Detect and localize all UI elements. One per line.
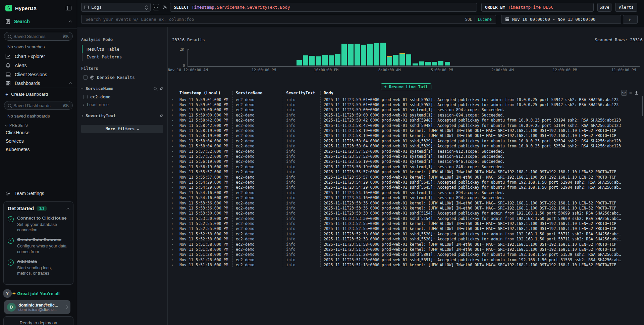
sidebar-item-chart-explorer[interactable]: Chart Explorer — [0, 52, 77, 61]
table-row[interactable]: ›Nov 11 5:52:38.000 PMec2-demoinfo2025-1… — [168, 231, 637, 236]
histogram-bar[interactable] — [419, 61, 424, 65]
select-columns-input[interactable]: SELECT Timestamp,ServiceName,SeverityTex… — [170, 3, 477, 12]
alerts-button[interactable]: Alerts — [615, 3, 637, 12]
date-range-picker[interactable]: Nov 10 00:00:00 - Nov 13 00:00:00 — [501, 15, 621, 24]
table-row[interactable]: ›Nov 11 5:59:00.000 PMec2-demoinfo2025-1… — [168, 107, 637, 112]
histogram-bar[interactable] — [297, 60, 302, 65]
load-more-button[interactable]: Load more — [81, 102, 163, 107]
row-expand-chevron[interactable]: › — [171, 206, 179, 210]
table-row[interactable]: ›Nov 11 5:51:18.000 PMec2-demoinfo2025-1… — [168, 263, 637, 268]
log-table[interactable]: ›Nov 11 5:59:01.000 PMec2-demoinfo2025-1… — [168, 97, 637, 268]
table-row[interactable]: ›Nov 11 5:58:19.000 PMec2-demoinfo2025-1… — [168, 133, 637, 138]
table-row[interactable]: ›Nov 11 5:58:04.000 PMec2-demoinfo2025-1… — [168, 138, 637, 143]
mode-event-patterns[interactable]: Event Patterns — [83, 53, 163, 61]
table-row[interactable]: ›Nov 11 5:59:01.000 PMec2-demoinfo2025-1… — [168, 102, 637, 107]
row-expand-chevron[interactable]: › — [171, 258, 179, 262]
filter-search-icon[interactable] — [154, 87, 157, 90]
get-started-item[interactable]: ✓ Create Data Sources Configure where yo… — [8, 237, 69, 254]
resume-live-tail-button[interactable]: ϟ Resume Live Tail — [381, 83, 432, 90]
code-view-button[interactable]: <> — [153, 4, 159, 10]
filter-value-ec2-demo[interactable]: ec2-demo — [81, 94, 163, 99]
checkbox[interactable] — [83, 75, 88, 80]
histogram-bar[interactable] — [367, 44, 373, 65]
row-expand-chevron[interactable]: › — [171, 191, 179, 194]
histogram-bar[interactable] — [348, 44, 354, 65]
table-row[interactable]: ›Nov 11 5:51:58.000 PMec2-demoinfo2025-1… — [168, 247, 637, 252]
histogram-bar[interactable] — [438, 61, 443, 65]
row-expand-chevron[interactable]: › — [171, 248, 179, 251]
save-button[interactable]: Save — [597, 3, 611, 12]
mode-results-table[interactable]: Results Table — [83, 45, 163, 53]
column-timestamp[interactable]: Timestamp (Local) — [179, 91, 232, 95]
row-expand-chevron[interactable]: › — [171, 119, 179, 122]
row-expand-chevron[interactable]: › — [171, 196, 179, 200]
histogram-bar[interactable] — [445, 62, 450, 65]
histogram-bar[interactable] — [406, 54, 411, 65]
table-row[interactable]: ›Nov 11 5:59:00.000 PMec2-demoinfo2025-1… — [168, 112, 637, 118]
row-expand-chevron[interactable]: › — [171, 103, 179, 107]
row-expand-chevron[interactable]: › — [171, 149, 179, 153]
sidebar-item-alerts[interactable]: Alerts — [0, 61, 77, 70]
histogram-bar[interactable] — [355, 44, 360, 65]
table-row[interactable]: ›Nov 11 5:56:19.000 PMec2-demoinfo2025-1… — [168, 159, 637, 164]
row-expand-chevron[interactable]: › — [171, 253, 179, 257]
language-toggle-lucene[interactable]: Lucene — [478, 17, 492, 22]
get-started-item[interactable]: ✓ Connect to ClickHouse Set up your data… — [8, 216, 69, 233]
sidebar-collapse-icon[interactable] — [66, 6, 71, 10]
denoise-results-toggle[interactable]: Denoise Results — [81, 75, 163, 80]
event-search-input[interactable]: Search your events w/ Lucene ex. column:… — [81, 15, 496, 24]
language-toggle-sql[interactable]: SQL — [465, 17, 472, 22]
table-row[interactable]: ›Nov 11 5:53:36.000 PMec2-demoinfo2025-1… — [168, 205, 637, 211]
histogram-bar[interactable] — [341, 44, 347, 65]
source-select[interactable]: Logs — [81, 3, 151, 12]
table-row[interactable]: ›Nov 11 5:58:04.000 PMec2-demoinfo2025-1… — [168, 144, 637, 149]
row-expand-chevron[interactable]: › — [171, 144, 179, 148]
table-row[interactable]: ›Nov 11 5:58:42.000 PMec2-demoinfo2025-1… — [168, 118, 637, 123]
source-settings-gear-icon[interactable] — [162, 4, 168, 10]
row-expand-chevron[interactable]: › — [171, 222, 179, 226]
preset-clickhouse[interactable]: ClickHouse — [0, 129, 77, 137]
table-row[interactable]: ›Nov 11 5:58:42.000 PMec2-demoinfo2025-1… — [168, 123, 637, 128]
row-expand-chevron[interactable]: › — [171, 98, 179, 101]
row-expand-chevron[interactable]: › — [171, 108, 179, 112]
table-row[interactable]: ›Nov 11 5:52:38.000 PMec2-demoinfo2025-1… — [168, 237, 637, 242]
more-filters-button[interactable]: More filters — [81, 125, 163, 133]
table-row[interactable]: ›Nov 11 5:57:52.000 PMec2-demoinfo2025-1… — [168, 154, 637, 159]
histogram-bar[interactable] — [425, 62, 431, 65]
row-expand-chevron[interactable]: › — [171, 165, 179, 169]
table-code-view-icon[interactable]: <> — [621, 90, 627, 96]
pin-icon[interactable] — [160, 114, 163, 118]
table-row[interactable]: ›Nov 11 5:51:28.000 PMec2-demoinfo2025-1… — [168, 257, 637, 262]
column-severitytext[interactable]: SeverityText — [283, 91, 320, 95]
table-row[interactable]: ›Nov 11 5:54:29.000 PMec2-demoinfo2025-1… — [168, 185, 637, 190]
checkbox[interactable] — [83, 95, 88, 99]
sidebar-item-dashboards[interactable]: Dashboards — [0, 79, 77, 88]
sidebar-item-team-settings[interactable]: Team Settings — [0, 191, 77, 196]
row-expand-chevron[interactable]: › — [171, 113, 179, 117]
row-expand-chevron[interactable]: › — [171, 263, 179, 267]
filter-group-servicename[interactable]: ServiceName — [81, 86, 163, 91]
row-expand-chevron[interactable]: › — [171, 180, 179, 184]
table-row[interactable]: ›Nov 11 5:55:57.000 PMec2-demoinfo2025-1… — [168, 175, 637, 180]
row-expand-chevron[interactable]: › — [171, 217, 179, 220]
user-menu[interactable]: D dominic.tran@clic... dominic.tran@clic… — [4, 300, 70, 314]
table-row[interactable]: ›Nov 11 5:53:36.000 PMec2-demoinfo2025-1… — [168, 200, 637, 205]
table-row[interactable]: ›Nov 11 5:58:19.000 PMec2-demoinfo2025-1… — [168, 128, 637, 133]
sidebar-item-client-sessions[interactable]: Client Sessions — [0, 70, 77, 79]
table-row[interactable]: ›Nov 11 5:51:28.000 PMec2-demoinfo2025-1… — [168, 252, 637, 257]
help-button[interactable]: ? — [3, 289, 12, 298]
sidebar-section-search[interactable]: Search — [0, 19, 77, 29]
row-expand-chevron[interactable]: › — [171, 139, 179, 143]
histogram-bar[interactable] — [374, 43, 379, 65]
histogram-bar[interactable] — [399, 53, 405, 65]
table-row[interactable]: ›Nov 11 5:52:55.000 PMec2-demoinfo2025-1… — [168, 226, 637, 231]
row-expand-chevron[interactable]: › — [171, 232, 179, 236]
saved-dashboards-input[interactable]: Saved Dashboards ⌘K — [4, 101, 73, 110]
table-row[interactable]: ›Nov 11 5:53:30.000 PMec2-demoinfo2025-1… — [168, 211, 637, 216]
order-by-input[interactable]: ORDER BY TimestampTime DESC — [481, 3, 594, 12]
histogram-bar[interactable] — [329, 55, 334, 65]
row-expand-chevron[interactable]: › — [171, 242, 179, 246]
table-row[interactable]: ›Nov 11 5:59:01.000 PMec2-demoinfo2025-1… — [168, 97, 637, 102]
row-expand-chevron[interactable]: › — [171, 129, 179, 133]
column-servicename[interactable]: ServiceName — [232, 91, 283, 95]
